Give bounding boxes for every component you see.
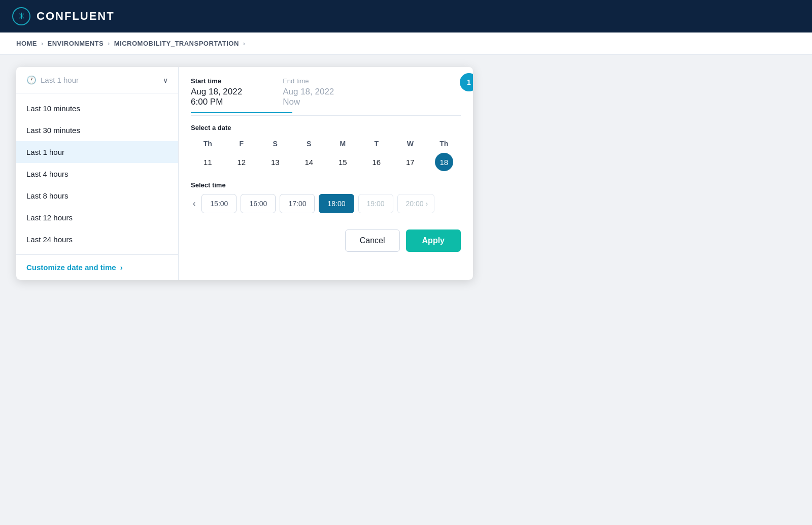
main-content: 🕐 Last 1 hour ∨ Last 10 minutesLast 30 m… [0,55,812,525]
app-header: ✳ CONFLUENT [0,0,812,32]
calendar-date[interactable]: 18 [435,153,453,171]
calendar-day-name: Th [427,138,461,150]
customize-arrow-icon: › [120,263,123,272]
calendar-date[interactable]: 12 [232,153,251,171]
app-title: CONFLUENT [37,10,115,23]
customize-link[interactable]: Customize date and time › [16,254,178,280]
time-slot[interactable]: 15:00 [201,194,236,213]
time-option[interactable]: Last 4 hours [16,163,178,185]
calendar-date[interactable]: 14 [300,153,318,171]
clock-icon: 🕐 [26,75,37,85]
select-time-label: Select time [191,181,461,189]
quick-select-panel: 🕐 Last 1 hour ∨ Last 10 minutesLast 30 m… [16,67,179,280]
time-slot[interactable]: 18:00 [319,194,354,213]
time-options-list: Last 10 minutesLast 30 minutesLast 1 hou… [16,93,178,254]
start-time-underline [191,112,292,113]
time-option[interactable]: Last 8 hours [16,185,178,207]
cancel-button[interactable]: Cancel [345,229,400,252]
time-option[interactable]: Last 12 hours [16,207,178,228]
time-slot[interactable]: 16:00 [241,194,276,213]
selected-time-row[interactable]: 🕐 Last 1 hour ∨ [16,67,178,93]
calendar-date[interactable]: 13 [266,153,284,171]
calendar-date[interactable]: 11 [198,153,217,171]
calendar-day-name: S [258,138,292,150]
breadcrumb-environments[interactable]: ENVIRONMENTS [48,40,104,47]
calendar-day-name: T [360,138,394,150]
time-nav-prev[interactable]: ‹ [191,197,197,210]
calendar-day-name: S [292,138,326,150]
customize-label: Customize date and time [26,263,116,272]
calendar-day-name: Th [191,138,225,150]
end-time-label: End time [283,77,334,85]
selected-time-label: Last 1 hour [41,76,79,84]
start-time-label: Start time [191,77,242,85]
time-option[interactable]: Last 1 hour [16,141,178,163]
calendar-day-name: F [225,138,259,150]
time-picker-panel: 🕐 Last 1 hour ∨ Last 10 minutesLast 30 m… [16,67,473,280]
chevron-down-icon: ∨ [163,76,168,84]
time-slot: 20:00 › [397,194,435,213]
selected-time-content: 🕐 Last 1 hour [26,75,79,85]
breadcrumb-home[interactable]: HOME [16,40,37,47]
breadcrumb-sep-1: › [41,40,44,47]
time-header-row: Start time Aug 18, 2022 6:00 PM End time… [191,77,461,107]
time-option[interactable]: Last 10 minutes [16,97,178,119]
calendar-date[interactable]: 15 [333,153,352,171]
time-option[interactable]: Last 30 minutes [16,119,178,141]
end-time-col: End time Aug 18, 2022 Now [283,77,334,107]
start-time-col: Start time Aug 18, 2022 6:00 PM [191,77,242,107]
breadcrumb-sep-3: › [243,40,246,47]
breadcrumb-transport[interactable]: MICROMOBILITY_TRANSPORTATION [114,40,239,47]
breadcrumb: HOME › ENVIRONMENTS › MICROMOBILITY_TRAN… [0,32,812,55]
calendar-days-header: ThFSSMTWTh [191,138,461,150]
apply-button[interactable]: Apply [406,229,461,252]
time-option[interactable]: Last 24 hours [16,228,178,250]
calendar-dates-row: 1112131415161718 [191,153,461,171]
calendar-day-name: W [393,138,427,150]
time-slots-row: ‹15:0016:0017:0018:0019:0020:00 › [191,194,461,213]
end-time-date: Aug 18, 2022 [283,87,334,97]
logo-icon: ✳ [12,7,30,25]
start-time-date: Aug 18, 2022 [191,87,242,97]
calendar-panel: Start time Aug 18, 2022 6:00 PM End time… [179,67,473,280]
start-time-time: 6:00 PM [191,97,242,107]
right-divider [191,115,461,116]
time-slot: 19:00 [358,194,393,213]
calendar-day-name: M [326,138,360,150]
action-row: Cancel Apply [191,225,461,252]
time-slot[interactable]: 17:00 [280,194,315,213]
select-date-label: Select a date [191,124,461,132]
calendar-date[interactable]: 17 [401,153,419,171]
end-time-time: Now [283,97,334,107]
breadcrumb-sep-2: › [108,40,110,47]
calendar-date[interactable]: 16 [367,153,386,171]
